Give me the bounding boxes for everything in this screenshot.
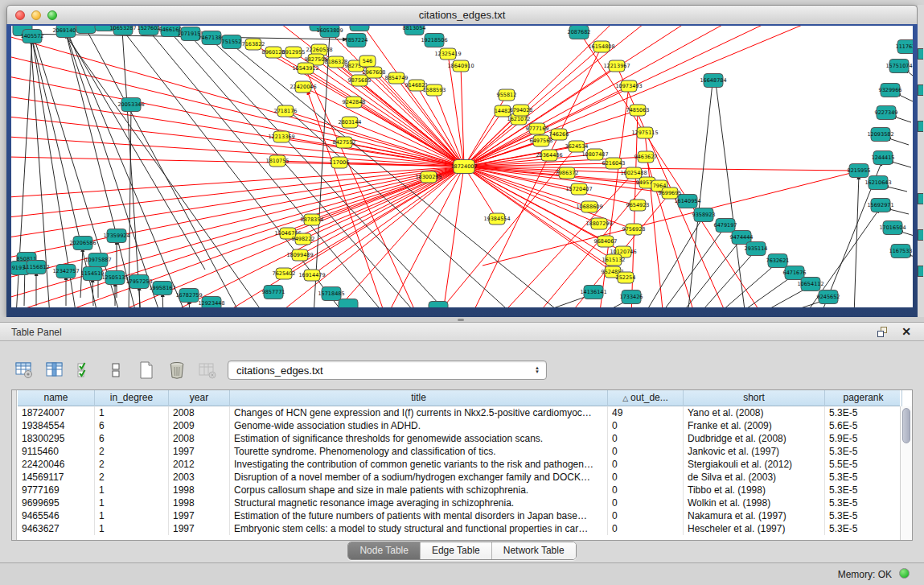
graph-node[interactable]: 9245652 bbox=[817, 290, 840, 304]
cell-in_degree[interactable]: 2 bbox=[95, 471, 169, 484]
graph-node[interactable]: 11156812 bbox=[23, 261, 49, 274]
table-row[interactable]: 911546021997Tourette syndrome. Phenomeno… bbox=[18, 445, 900, 458]
cell-title[interactable]: Disruption of a novel member of a sodium… bbox=[230, 471, 608, 484]
graph-node[interactable] bbox=[76, 26, 96, 34]
table-settings-icon[interactable] bbox=[13, 359, 35, 381]
graph-node[interactable] bbox=[350, 26, 369, 31]
cell-year[interactable]: 2008 bbox=[169, 432, 230, 445]
cell-year[interactable]: 1998 bbox=[169, 484, 230, 496]
graph-node[interactable]: 7485063 bbox=[626, 105, 650, 116]
graph-node[interactable]: 1117624 bbox=[896, 40, 913, 54]
cell-out_de[interactable]: 0 bbox=[608, 419, 684, 432]
graph-node[interactable]: 1405572 bbox=[21, 30, 44, 43]
graph-node[interactable]: 751552 bbox=[222, 35, 242, 49]
graph-node[interactable]: 12093582 bbox=[867, 128, 893, 142]
cell-out_de[interactable]: 0 bbox=[608, 484, 684, 496]
graph-node[interactable]: 10807487 bbox=[581, 149, 608, 160]
graph-node[interactable] bbox=[339, 299, 358, 308]
cell-short[interactable]: Stergiakouli et al. (2012) bbox=[684, 458, 825, 471]
graph-node[interactable]: 7632621 bbox=[766, 254, 790, 268]
graph-node[interactable]: 14671388 bbox=[198, 31, 224, 45]
window-titlebar[interactable]: citations_edges.txt bbox=[6, 5, 918, 24]
graph-node[interactable]: 9654923 bbox=[626, 200, 650, 211]
cell-out_de[interactable]: 0 bbox=[608, 471, 684, 484]
column-header-out_de[interactable]: △out_de... bbox=[608, 390, 684, 406]
graph-node[interactable]: 2935114 bbox=[745, 242, 768, 256]
table-selector-combobox[interactable]: citations_edges.txt ▲▼ bbox=[228, 360, 547, 380]
graph-node[interactable]: 18099489 bbox=[286, 249, 313, 261]
cell-out_de[interactable]: 0 bbox=[608, 458, 684, 471]
column-header-title[interactable]: title bbox=[230, 390, 608, 406]
checklist-icon[interactable] bbox=[74, 359, 97, 381]
graph-node[interactable]: 15751074 bbox=[885, 60, 912, 73]
graph-node[interactable]: 17016504 bbox=[879, 221, 906, 235]
column-header-short[interactable]: short bbox=[684, 390, 825, 406]
cell-year[interactable]: 2008 bbox=[169, 406, 230, 419]
graph-node[interactable]: 252254 bbox=[616, 272, 636, 283]
graph-node[interactable]: 12213369 bbox=[268, 131, 294, 142]
table-row[interactable]: 1830029562008Estimation of significance … bbox=[18, 432, 900, 445]
cell-title[interactable]: Changes of HCN gene expression and I(f) … bbox=[230, 406, 608, 419]
cell-name[interactable]: 9699695 bbox=[18, 496, 95, 509]
cell-pagerank[interactable]: 5.5E-5 bbox=[825, 458, 902, 471]
cell-title[interactable]: Structural magnetic resonance image aver… bbox=[230, 496, 608, 509]
cell-short[interactable]: Wolkin et al. (1998) bbox=[684, 496, 825, 509]
graph-node[interactable]: 16648784 bbox=[700, 74, 726, 88]
cell-year[interactable]: 2009 bbox=[169, 419, 230, 432]
new-file-icon[interactable] bbox=[135, 359, 158, 381]
column-header-in_degree[interactable]: in_degree bbox=[95, 390, 169, 406]
graph-node[interactable]: 6479197 bbox=[714, 219, 737, 233]
graph-node[interactable]: 10654112 bbox=[797, 278, 823, 291]
graph-node[interactable]: 10973493 bbox=[615, 80, 642, 92]
cell-name[interactable]: 14569117 bbox=[18, 471, 95, 484]
cell-pagerank[interactable]: 5.6E-5 bbox=[825, 419, 902, 432]
graph-node[interactable]: 955812 bbox=[497, 89, 517, 101]
graph-node[interactable]: 14482 bbox=[495, 105, 511, 117]
cell-name[interactable]: 22420046 bbox=[18, 458, 95, 471]
graph-node[interactable]: 7986372 bbox=[556, 167, 579, 179]
scrollbar-thumb[interactable] bbox=[902, 408, 910, 443]
graph-node[interactable]: 546 bbox=[359, 56, 376, 67]
cell-year[interactable]: 1997 bbox=[169, 509, 230, 522]
citation-graph[interactable]: 1405572206914061065328715276026466160107… bbox=[11, 26, 913, 307]
cell-out_de[interactable]: 49 bbox=[608, 406, 684, 419]
graph-node[interactable]: 1733426 bbox=[620, 290, 643, 304]
cell-short[interactable]: de Silva et al. (2003) bbox=[684, 471, 825, 484]
cell-short[interactable]: Dudbridge et al. (2008) bbox=[684, 432, 825, 445]
graph-node[interactable]: 12325419 bbox=[434, 48, 461, 60]
cell-out_de[interactable]: 0 bbox=[608, 432, 684, 445]
graph-node[interactable]: 10975887 bbox=[84, 253, 111, 267]
cell-out_de[interactable]: 0 bbox=[608, 509, 684, 522]
graph-node[interactable]: 7625402 bbox=[273, 268, 296, 279]
graph-node[interactable]: 14136141 bbox=[580, 286, 606, 299]
cell-title[interactable]: Estimation of the future numbers of pati… bbox=[230, 509, 608, 522]
cell-pagerank[interactable]: 5.3E-5 bbox=[825, 406, 902, 419]
cell-name[interactable]: 9465546 bbox=[18, 509, 95, 522]
graph-node[interactable]: 9329966 bbox=[879, 84, 902, 97]
graph-node[interactable]: 10653287 bbox=[109, 26, 136, 35]
graph-node[interactable]: 12975115 bbox=[631, 127, 658, 138]
cell-short[interactable]: Jankovic et al. (1997) bbox=[684, 445, 825, 458]
rows-icon[interactable] bbox=[105, 359, 127, 381]
graph-node[interactable]: 12213967 bbox=[603, 60, 630, 72]
graph-node[interactable]: 1810755 bbox=[266, 155, 290, 167]
table-row[interactable]: 2242004622012Investigating the contribut… bbox=[18, 458, 900, 471]
graph-node[interactable]: 12342757 bbox=[52, 265, 79, 278]
cell-pagerank[interactable]: 5.3E-5 bbox=[825, 445, 902, 458]
graph-node[interactable]: 22420046 bbox=[290, 81, 316, 93]
graph-node[interactable]: 8427552 bbox=[333, 137, 356, 148]
table-row[interactable]: 946362711997Embryonic stem cells: a mode… bbox=[18, 522, 900, 535]
column-header-name[interactable]: name bbox=[18, 390, 95, 406]
graph-node[interactable] bbox=[429, 302, 448, 308]
cell-title[interactable]: Investigating the contribution of common… bbox=[230, 458, 608, 471]
cell-out_de[interactable]: 0 bbox=[608, 445, 684, 458]
cell-name[interactable]: 18300295 bbox=[18, 432, 95, 445]
graph-node[interactable]: 19218506 bbox=[421, 34, 447, 47]
cell-title[interactable]: Genome-wide association studies in ADHD. bbox=[230, 419, 608, 432]
graph-node[interactable]: 1244415 bbox=[872, 151, 895, 165]
table-row[interactable]: 1938455462009Genome-wide association stu… bbox=[18, 419, 900, 432]
graph-node[interactable]: 9358923 bbox=[692, 208, 716, 222]
cell-year[interactable]: 1997 bbox=[169, 445, 230, 458]
cell-short[interactable]: Nakamura et al. (1997) bbox=[684, 509, 825, 522]
graph-node[interactable]: 7163822 bbox=[242, 39, 265, 50]
